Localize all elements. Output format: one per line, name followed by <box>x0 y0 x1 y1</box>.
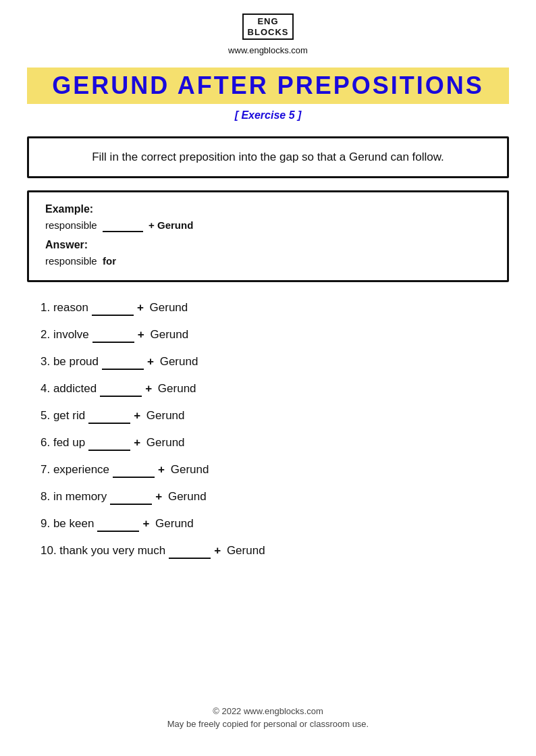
answer-label: Answer: <box>45 239 491 251</box>
item-plus: + <box>134 436 140 450</box>
item-blank <box>88 436 130 451</box>
item-num: 7. <box>41 463 53 477</box>
item-word: get rid <box>53 409 85 423</box>
exercise-item-3: 3. be proud + Gerund <box>41 355 509 370</box>
page: ENG BLOCKS www.engblocks.com GERUND AFTE… <box>0 0 536 756</box>
exercise-item-2: 2. involve + Gerund <box>41 328 509 343</box>
item-plus: + <box>142 517 149 531</box>
exercise-list: 1. reason + Gerund 2. involve + Gerund 3… <box>27 301 509 571</box>
item-word: involve <box>53 328 89 342</box>
item-word: be proud <box>53 355 99 369</box>
item-word: reason <box>53 301 88 315</box>
item-gerund: Gerund <box>157 355 198 369</box>
exercise-item-9: 9. be keen + Gerund <box>41 517 509 532</box>
logo-blocks: BLOCKS <box>248 27 289 38</box>
item-blank <box>169 544 211 559</box>
logo: ENG BLOCKS <box>242 14 294 40</box>
example-line: responsible + Gerund <box>45 219 491 232</box>
example-plus-gerund: + Gerund <box>149 219 193 231</box>
example-blank <box>103 219 143 232</box>
instruction-text: Fill in the correct preposition into the… <box>92 151 444 163</box>
example-box: Example: responsible + Gerund Answer: re… <box>27 190 509 282</box>
example-label: Example: <box>45 203 491 215</box>
item-gerund: Gerund <box>143 436 184 450</box>
item-gerund: Gerund <box>146 301 188 315</box>
item-gerund: Gerund <box>167 463 209 477</box>
website-url: www.engblocks.com <box>228 45 308 55</box>
item-plus: + <box>138 328 144 342</box>
item-word: be keen <box>53 517 95 531</box>
exercise-item-10: 10. thank you very much + Gerund <box>41 544 509 559</box>
exercise-item-8: 8. in memory + Gerund <box>41 490 509 505</box>
item-gerund: Gerund <box>147 328 188 342</box>
item-blank <box>113 463 155 478</box>
item-blank <box>100 382 142 397</box>
item-gerund: Gerund <box>165 490 206 504</box>
item-num: 9. <box>41 517 53 531</box>
main-title: GERUND AFTER PREPOSITIONS <box>27 68 509 104</box>
item-num: 1. <box>41 301 53 315</box>
logo-box: ENG BLOCKS <box>242 14 294 40</box>
item-plus: + <box>147 355 154 369</box>
item-blank <box>92 301 134 316</box>
footer: © 2022 www.engblocks.com May be freely c… <box>167 679 369 729</box>
item-gerund: Gerund <box>155 382 196 396</box>
item-num: 8. <box>41 490 53 504</box>
exercise-item-5: 5. get rid + Gerund <box>41 409 509 424</box>
logo-eng: ENG <box>248 16 289 27</box>
example-word: responsible <box>45 219 97 231</box>
exercise-item-4: 4. addicted + Gerund <box>41 382 509 397</box>
item-plus: + <box>155 490 162 504</box>
item-plus: + <box>137 301 144 315</box>
answer-word: responsible <box>45 255 97 267</box>
item-num: 6. <box>41 436 53 450</box>
item-gerund: Gerund <box>143 409 184 423</box>
item-num: 2. <box>41 328 53 342</box>
item-blank <box>92 328 134 343</box>
footer-copyright: © 2022 www.engblocks.com <box>167 706 369 716</box>
item-gerund: Gerund <box>223 544 265 558</box>
item-plus: + <box>134 409 140 423</box>
title-section: GERUND AFTER PREPOSITIONS [ Exercise 5 ] <box>27 68 509 130</box>
instruction-box: Fill in the correct preposition into the… <box>27 136 509 178</box>
item-gerund: Gerund <box>152 517 193 531</box>
item-num: 3. <box>41 355 53 369</box>
item-num: 5. <box>41 409 53 423</box>
item-word: in memory <box>53 490 107 504</box>
item-num: 10. <box>41 544 59 558</box>
answer-for: for <box>100 255 116 267</box>
exercise-item-7: 7. experience + Gerund <box>41 463 509 478</box>
item-word: addicted <box>53 382 97 396</box>
item-blank <box>88 409 130 424</box>
item-word: fed up <box>53 436 85 450</box>
item-plus: + <box>158 463 165 477</box>
exercise-item-6: 6. fed up + Gerund <box>41 436 509 451</box>
footer-license: May be freely copied for personal or cla… <box>167 719 369 729</box>
item-plus: + <box>214 544 221 558</box>
item-word: experience <box>53 463 109 477</box>
exercise-label: [ Exercise 5 ] <box>27 109 509 122</box>
item-word: thank you very much <box>59 544 165 558</box>
item-num: 4. <box>41 382 53 396</box>
item-blank <box>97 517 139 532</box>
item-blank <box>110 490 152 505</box>
item-blank <box>102 355 144 370</box>
answer-line: responsible for <box>45 255 491 267</box>
item-plus: + <box>145 382 152 396</box>
header: ENG BLOCKS www.engblocks.com <box>228 14 308 55</box>
exercise-item-1: 1. reason + Gerund <box>41 301 509 316</box>
